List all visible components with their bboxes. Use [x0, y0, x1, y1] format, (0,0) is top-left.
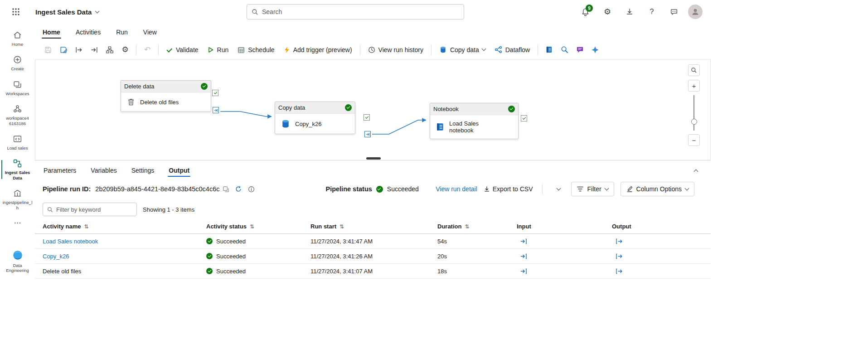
output-detail-button[interactable] [612, 238, 711, 245]
copilot-button[interactable] [587, 43, 603, 57]
arrow-to-bar-button[interactable] [87, 43, 102, 57]
add-trigger-button[interactable]: Add trigger (preview) [279, 43, 357, 57]
download-icon [626, 8, 634, 16]
app-launcher-button[interactable] [8, 4, 24, 19]
sort-icon[interactable]: ⇅ [250, 223, 254, 230]
notebook-icon [545, 46, 553, 53]
output-detail-button[interactable] [612, 268, 711, 275]
info-button[interactable] [245, 183, 257, 195]
column-options-button[interactable]: Column Options [621, 182, 694, 196]
output-port[interactable] [364, 131, 371, 137]
home-icon [13, 30, 22, 40]
ribbon-tab-bar: Home Activities Run View [35, 24, 711, 40]
table-filter-row: Showing 1 - 3 items [35, 199, 711, 219]
ellipsis-icon: ⋯ [14, 219, 21, 227]
sidebar-item-data-engineering[interactable]: Data Engineering [1, 246, 34, 276]
keyword-filter-input[interactable] [56, 206, 132, 213]
run-button[interactable]: Run [203, 43, 233, 57]
notifications-button[interactable]: 9 [577, 4, 593, 20]
zoom-fit-button[interactable] [688, 64, 700, 76]
settings-button[interactable]: ⚙ [599, 4, 616, 20]
save-as-button[interactable] [56, 43, 71, 57]
activity-node-notebook[interactable]: Notebook Load Sales notebook [430, 103, 519, 139]
output-detail-button[interactable] [612, 253, 711, 260]
success-port[interactable] [521, 115, 527, 121]
collapse-panel-button[interactable] [689, 164, 703, 177]
zoom-slider-handle[interactable] [691, 119, 697, 125]
pipeline-title-menu[interactable]: Ingest Sales Data [35, 8, 99, 16]
table-row[interactable]: Delete old files Succeeded 11/27/2024, 3… [35, 264, 711, 279]
input-detail-button[interactable] [517, 238, 612, 245]
filter-button[interactable]: Filter [571, 182, 614, 196]
success-port[interactable] [364, 114, 370, 121]
search-input[interactable] [262, 8, 459, 15]
feedback-button[interactable] [666, 4, 682, 20]
tab-settings[interactable]: Settings [131, 163, 155, 179]
sidebar-item-ingest-sales-data[interactable]: Ingest Sales Data [1, 155, 34, 184]
sort-icon[interactable]: ⇅ [84, 223, 89, 230]
refresh-button[interactable] [232, 183, 245, 195]
duration-cell: 20s [437, 253, 517, 260]
sidebar-item-load-sales[interactable]: Load sales [1, 131, 34, 154]
notebook-activity-button[interactable] [541, 43, 557, 57]
pipeline-settings-button[interactable]: ⚙ [117, 43, 133, 57]
schedule-button[interactable]: Schedule [233, 43, 279, 57]
sort-icon[interactable]: ⇅ [339, 223, 344, 230]
feedback-icon [670, 8, 678, 16]
teams-activity-button[interactable] [572, 43, 587, 57]
sidebar-item-home[interactable]: Home [1, 27, 34, 50]
account-avatar[interactable] [688, 5, 703, 19]
zoom-out-button[interactable]: − [688, 134, 700, 146]
chevron-down-icon [685, 186, 689, 190]
activity-name-link[interactable]: Load Sales notebook [43, 238, 206, 245]
lookup-activity-button[interactable] [557, 43, 572, 57]
pipeline-canvas[interactable]: Delete data Delete old files [35, 60, 711, 160]
input-detail-button[interactable] [517, 268, 612, 275]
sidebar-item-workspaces[interactable]: Workspaces [1, 77, 34, 99]
success-port[interactable] [212, 90, 218, 96]
tab-view[interactable]: View [142, 26, 158, 40]
undo-button[interactable]: ↶ [140, 43, 155, 57]
auto-layout-button[interactable] [102, 43, 117, 57]
tab-parameters[interactable]: Parameters [43, 163, 77, 179]
view-run-history-button[interactable]: View run history [364, 43, 428, 57]
tab-output[interactable]: Output [168, 163, 190, 179]
view-run-detail-link[interactable]: View run detail [436, 185, 477, 193]
export-to-csv-button[interactable]: Export to CSV [484, 185, 533, 193]
tab-variables[interactable]: Variables [90, 163, 117, 179]
downloads-button[interactable] [621, 4, 638, 20]
activity-node-delete-data[interactable]: Delete data Delete old files [121, 80, 211, 112]
tab-home[interactable]: Home [42, 26, 61, 40]
sidebar-item-create[interactable]: Create [1, 52, 34, 74]
notification-badge: 9 [586, 5, 593, 12]
run-info-row: Pipeline run ID: 2b209b59-a845-4421-8e49… [35, 179, 711, 199]
zoom-in-button[interactable]: + [688, 80, 700, 92]
sidebar-more-button[interactable]: ⋯ [1, 216, 34, 230]
export-options-button[interactable] [552, 183, 565, 195]
copy-data-button[interactable]: Copy data [435, 43, 490, 57]
tab-run[interactable]: Run [115, 26, 129, 40]
help-button[interactable]: ? [644, 4, 660, 20]
activity-name-link[interactable]: Copy_k26 [43, 253, 206, 260]
activity-node-copy-data[interactable]: Copy data Copy_k26 [275, 102, 355, 134]
table-row[interactable]: Copy_k26 Succeeded 11/27/2024, 3:41:26 A… [35, 249, 711, 264]
copy-run-id-button[interactable] [219, 183, 232, 195]
output-port[interactable] [213, 107, 219, 113]
sidebar-item-ingestpipeline-lh[interactable]: ingestpipeline_lh [1, 185, 34, 213]
zoom-slider[interactable] [693, 95, 694, 131]
left-nav: Home Create Workspaces [0, 24, 35, 349]
bar-arrow-right-button[interactable] [71, 43, 87, 57]
dataflow-button[interactable]: Dataflow [490, 43, 534, 57]
panel-resize-handle[interactable] [366, 157, 381, 160]
save-button[interactable] [40, 43, 56, 57]
sidebar-item-workspace4[interactable]: workspace4 6163186 [1, 101, 34, 129]
table-row[interactable]: Load Sales notebook Succeeded 11/27/2024… [35, 234, 711, 249]
database-icon [281, 119, 291, 129]
activity-name-label: Delete old files [140, 99, 179, 106]
input-detail-button[interactable] [517, 253, 612, 260]
app-shell: Home Create Workspaces [0, 24, 711, 349]
person-icon [691, 7, 700, 16]
validate-button[interactable]: Validate [162, 43, 203, 57]
tab-activities[interactable]: Activities [75, 26, 102, 40]
sort-icon[interactable]: ⇅ [465, 223, 469, 230]
